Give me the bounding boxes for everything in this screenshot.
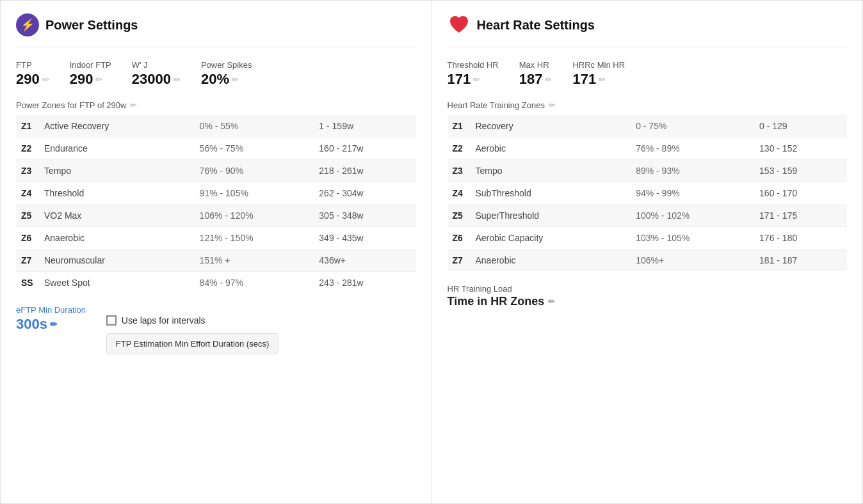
laps-checkbox[interactable]: [106, 315, 117, 326]
hr-zone-pct: 0 - 75%: [631, 115, 754, 138]
indoor-ftp-value: 290: [70, 71, 93, 88]
bolt-icon: ⚡: [20, 18, 35, 32]
hr-training-load-section: HR Training Load Time in HR Zones ✏: [448, 284, 848, 308]
power-zone-watts: 243 - 281w: [314, 272, 415, 294]
eftp-edit-icon[interactable]: ✏: [50, 319, 58, 329]
heart-icon: [449, 15, 469, 35]
hr-panel-header: Heart Rate Settings: [448, 13, 848, 47]
w-prime-edit-icon[interactable]: ✏: [173, 75, 181, 84]
hr-zone-bpm: 130 - 152: [754, 138, 847, 160]
hr-zone-name: Recovery: [471, 115, 631, 138]
power-zone-code: Z7: [16, 249, 39, 272]
hr-zone-code: Z5: [448, 205, 471, 227]
power-zone-pct: 0% - 55%: [195, 115, 314, 138]
hr-zone-bpm: 160 - 170: [754, 182, 847, 205]
hr-zone-code: Z6: [448, 227, 471, 249]
eftp-value: 300s: [16, 316, 47, 333]
hr-zone-name: SuperThreshold: [471, 205, 631, 227]
power-zone-row: Z4 Threshold 91% - 105% 262 - 304w: [16, 182, 416, 205]
hr-training-load-value: Time in HR Zones: [448, 295, 545, 308]
power-zone-row: SS Sweet Spot 84% - 97% 243 - 281w: [16, 272, 416, 294]
hr-zone-pct: 106%+: [631, 249, 754, 272]
power-zone-name: Threshold: [39, 182, 195, 205]
hr-zone-row: Z3 Tempo 89% - 93% 153 - 159: [448, 160, 848, 182]
power-spikes-metric: Power Spikes 20% ✏: [201, 60, 252, 88]
threshold-hr-metric: Threshold HR 171 ✏: [448, 60, 499, 88]
power-zone-code: Z5: [16, 205, 39, 227]
power-zone-code: Z3: [16, 160, 39, 182]
power-zone-pct: 56% - 75%: [195, 138, 314, 160]
hr-zone-bpm: 0 - 129: [754, 115, 847, 138]
ftp-label: FTP: [16, 60, 49, 70]
power-zone-watts: 349 - 435w: [314, 227, 415, 249]
power-zone-pct: 91% - 105%: [195, 182, 314, 205]
hr-zones-table: Z1 Recovery 0 - 75% 0 - 129 Z2 Aerobic 7…: [448, 115, 848, 271]
hr-zones-edit-icon[interactable]: ✏: [549, 100, 556, 110]
hrrc-min-hr-edit-icon[interactable]: ✏: [599, 75, 606, 84]
hr-training-load-edit-icon[interactable]: ✏: [548, 297, 555, 306]
hr-zone-pct: 100% - 102%: [631, 205, 754, 227]
power-spikes-edit-icon[interactable]: ✏: [232, 75, 239, 84]
indoor-ftp-edit-icon[interactable]: ✏: [95, 75, 102, 84]
power-panel-title: Power Settings: [45, 18, 138, 33]
hr-zone-name: Aerobic Capacity: [471, 227, 631, 249]
indoor-ftp-label: Indoor FTP: [70, 60, 111, 70]
threshold-hr-label: Threshold HR: [448, 60, 499, 70]
max-hr-edit-icon[interactable]: ✏: [545, 75, 552, 84]
hr-zone-code: Z2: [448, 138, 471, 160]
eftp-label: eFTP Min Duration: [16, 305, 86, 315]
power-zone-pct: 106% - 120%: [195, 205, 314, 227]
w-prime-value: 23000: [132, 71, 171, 88]
power-zone-watts: 218 - 261w: [314, 160, 415, 182]
power-zones-header-text: Power Zones for FTP of 290w: [16, 100, 126, 110]
hr-zone-name: Aerobic: [471, 138, 631, 160]
hr-zone-row: Z4 SubThreshold 94% - 99% 160 - 170: [448, 182, 848, 205]
max-hr-value: 187: [519, 71, 543, 88]
hr-zone-row: Z7 Anaerobic 106%+ 181 - 187: [448, 249, 848, 272]
power-zones-header: Power Zones for FTP of 290w ✏: [16, 100, 416, 110]
power-zone-pct: 76% - 90%: [195, 160, 314, 182]
hr-zone-code: Z3: [448, 160, 471, 182]
hr-zone-row: Z6 Aerobic Capacity 103% - 105% 176 - 18…: [448, 227, 848, 249]
power-zone-name: Active Recovery: [39, 115, 195, 138]
ftp-edit-icon[interactable]: ✏: [42, 75, 49, 84]
hr-zones-header-text: Heart Rate Training Zones: [448, 100, 545, 110]
hrrc-min-hr-metric: HRRc Min HR 171 ✏: [572, 60, 625, 88]
w-prime-metric: W' J 23000 ✏: [132, 60, 181, 88]
power-zone-row: Z5 VO2 Max 106% - 120% 305 - 348w: [16, 205, 416, 227]
power-zone-pct: 121% - 150%: [195, 227, 314, 249]
power-spikes-label: Power Spikes: [201, 60, 252, 70]
ftp-metric: FTP 290 ✏: [16, 60, 49, 88]
power-icon: ⚡: [16, 13, 39, 36]
power-zone-code: Z6: [16, 227, 39, 249]
power-zone-code: Z1: [16, 115, 39, 138]
hr-zone-code: Z1: [448, 115, 471, 138]
threshold-hr-edit-icon[interactable]: ✏: [473, 75, 480, 84]
hr-zone-name: Tempo: [471, 160, 631, 182]
hr-metrics-row: Threshold HR 171 ✏ Max HR 187 ✏ HRRc Min…: [448, 60, 848, 88]
heart-icon-container: [448, 13, 471, 36]
power-zones-edit-icon[interactable]: ✏: [130, 100, 137, 110]
hr-zone-row: Z1 Recovery 0 - 75% 0 - 129: [448, 115, 848, 138]
hrrc-min-hr-value: 171: [572, 71, 596, 88]
hr-panel-title: Heart Rate Settings: [477, 18, 595, 33]
power-zone-name: Endurance: [39, 138, 195, 160]
power-zone-watts: 1 - 159w: [314, 115, 415, 138]
power-zone-name: Sweet Spot: [39, 272, 195, 294]
power-zone-row: Z1 Active Recovery 0% - 55% 1 - 159w: [16, 115, 416, 138]
heartrate-settings-panel: Heart Rate Settings Threshold HR 171 ✏ M…: [432, 1, 863, 503]
power-zones-table: Z1 Active Recovery 0% - 55% 1 - 159w Z2 …: [16, 115, 416, 294]
hr-zone-pct: 76% - 89%: [631, 138, 754, 160]
power-metrics-row: FTP 290 ✏ Indoor FTP 290 ✏ W' J 23000 ✏: [16, 60, 416, 88]
power-panel-header: ⚡ Power Settings: [16, 13, 416, 47]
threshold-hr-value: 171: [448, 71, 471, 88]
max-hr-metric: Max HR 187 ✏: [519, 60, 552, 88]
power-zone-row: Z3 Tempo 76% - 90% 218 - 261w: [16, 160, 416, 182]
power-zone-pct: 151% +: [195, 249, 314, 272]
hr-zone-pct: 89% - 93%: [631, 160, 754, 182]
hr-zone-bpm: 181 - 187: [754, 249, 847, 272]
eftp-block: eFTP Min Duration 300s ✏: [16, 305, 86, 333]
hr-zone-bpm: 153 - 159: [754, 160, 847, 182]
hr-zone-name: SubThreshold: [471, 182, 631, 205]
hr-zone-row: Z5 SuperThreshold 100% - 102% 171 - 175: [448, 205, 848, 227]
